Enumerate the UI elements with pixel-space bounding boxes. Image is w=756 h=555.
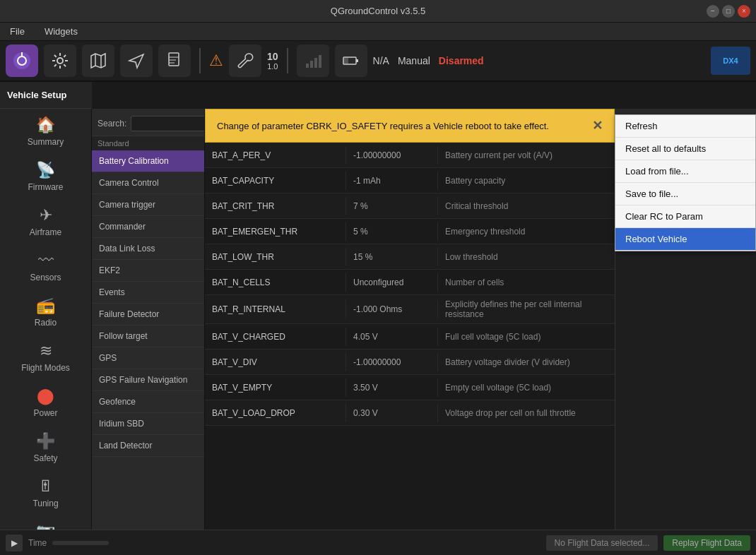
timeline-track[interactable] (52, 541, 109, 545)
param-desc: Battery current per volt (A/V) (438, 146, 615, 165)
table-row[interactable]: BAT_LOW_THR 15 % Low threshold (205, 244, 615, 270)
sidebar-item-camera[interactable]: 📷 Camera (0, 515, 91, 530)
param-category-gps-failure-nav[interactable]: GPS Failure Navigation (92, 369, 204, 391)
app-icon[interactable] (6, 44, 38, 77)
table-row[interactable]: BAT_V_EMPTY 3.50 V Empty cell voltage (5… (205, 375, 615, 400)
search-input[interactable] (131, 116, 205, 131)
statusbar: ▶ Time No Flight Data selected... Replay… (0, 530, 756, 555)
param-category-follow-target[interactable]: Follow target (92, 326, 204, 347)
send-toolbar-icon[interactable] (120, 44, 153, 77)
param-table-area: Change of parameter CBRK_IO_SAFETY requi… (205, 109, 615, 530)
power-icon: ⬤ (37, 387, 54, 405)
search-label: Search: (98, 119, 126, 129)
replay-flight-data-button[interactable]: Replay Flight Data (663, 535, 750, 551)
tuning-icon: 🎚 (38, 477, 54, 496)
param-category-gps[interactable]: GPS (92, 347, 204, 369)
minimize-button[interactable]: − (707, 5, 719, 18)
param-name: BAT_V_CHARGED (205, 328, 346, 346)
map-toolbar-icon[interactable] (82, 44, 114, 77)
table-row[interactable]: BAT_R_INTERNAL -1.000 Ohms Explicitly de… (205, 295, 615, 324)
param-category-iridium-sbd[interactable]: Iridium SBD (92, 413, 204, 435)
param-category-geofence[interactable]: Geofence (92, 391, 204, 413)
settings-toolbar-icon[interactable] (44, 44, 76, 77)
main-content: Search: Standard Battery Calibration Cam… (92, 109, 756, 530)
param-sidebar: Search: Standard Battery Calibration Cam… (92, 109, 205, 530)
tools-area: Tools Refresh Reset all to defaults Load… (615, 109, 756, 530)
tools-reboot-vehicle[interactable]: Reboot Vehicle (615, 228, 755, 251)
signal-icon (297, 44, 329, 77)
table-row[interactable]: BAT_V_LOAD_DROP 0.30 V Voltage drop per … (205, 400, 615, 426)
param-name: BAT_LOW_THR (205, 248, 346, 266)
table-row[interactable]: BAT_N_CELLS Unconfigured Number of cells (205, 270, 615, 295)
table-row[interactable]: BAT_CRIT_THR 7 % Critical threshold (205, 193, 615, 219)
param-name: BAT_CAPACITY (205, 172, 346, 190)
toolbar-status: N/A Manual Disarmed (373, 55, 484, 66)
play-button[interactable]: ▶ (6, 535, 23, 551)
tools-save-file[interactable]: Save to file... (615, 183, 755, 205)
param-category-camera-trigger[interactable]: Camera trigger (92, 194, 204, 216)
svg-rect-9 (314, 58, 317, 68)
param-value: -1 mAh (346, 172, 438, 190)
sidebar-item-radio[interactable]: 📻 Radio (0, 290, 91, 335)
table-row[interactable]: BAT_CAPACITY -1 mAh Battery capacity (205, 168, 615, 193)
param-name: BAT_V_LOAD_DROP (205, 404, 346, 422)
param-desc: Voltage drop per cell on full throttle (438, 404, 615, 422)
maximize-button[interactable]: □ (722, 5, 735, 18)
warning-icon[interactable]: ⚠ (209, 52, 223, 70)
tools-clear-rc[interactable]: Clear RC to Param (615, 205, 755, 228)
tools-load-file[interactable]: Load from file... (615, 160, 755, 183)
table-row[interactable]: BAT_V_DIV -1.00000000 Battery voltage di… (205, 350, 615, 375)
param-category-data-link-loss[interactable]: Data Link Loss (92, 238, 204, 260)
param-value: -1.00000000 (346, 353, 438, 371)
param-category-camera-control[interactable]: Camera Control (92, 172, 204, 194)
sidebar-item-tuning[interactable]: 🎚 Tuning (0, 470, 91, 515)
menu-file[interactable]: File (6, 25, 29, 38)
sidebar-item-firmware[interactable]: 📡 Firmware (0, 154, 91, 199)
time-label: Time (28, 538, 47, 548)
sidebar-item-safety[interactable]: ➕ Safety (0, 425, 91, 470)
param-desc: Critical threshold (438, 197, 615, 215)
status-right: No Flight Data selected... Replay Flight… (546, 535, 750, 551)
param-value: 3.50 V (346, 378, 438, 397)
param-category-events[interactable]: Events (92, 282, 204, 304)
table-row[interactable]: BAT_V_CHARGED 4.05 V Full cell voltage (… (205, 324, 615, 350)
sidenav: 🏠 Summary 📡 Firmware ✈ Airframe 〰 Sensor… (0, 109, 92, 530)
sidebar-item-summary[interactable]: 🏠 Summary (0, 109, 91, 154)
tools-refresh[interactable]: Refresh (615, 115, 755, 138)
param-category-commander[interactable]: Commander (92, 216, 204, 238)
svg-rect-13 (344, 58, 348, 64)
param-value: 4.05 V (346, 328, 438, 346)
svg-point-3 (57, 58, 63, 64)
airframe-icon: ✈ (40, 206, 52, 225)
param-category-failure-detector[interactable]: Failure Detector (92, 304, 204, 326)
brand-logo: DX4 (711, 47, 750, 75)
close-button[interactable]: × (738, 5, 750, 18)
radio-icon: 📻 (36, 297, 55, 315)
sidebar-item-airframe[interactable]: ✈ Airframe (0, 199, 91, 244)
param-category-battery-calibration[interactable]: Battery Calibration (92, 150, 204, 172)
wrench-icon[interactable] (229, 44, 261, 77)
alert-close-button[interactable]: ✕ (592, 118, 603, 133)
table-row[interactable]: BAT_EMERGEN_THR 5 % Emergency threshold (205, 219, 615, 244)
sidebar-item-sensors[interactable]: 〰 Sensors (0, 244, 91, 290)
menu-widgets[interactable]: Widgets (40, 25, 82, 38)
sensors-icon: 〰 (38, 251, 54, 270)
sidebar-item-power[interactable]: ⬤ Power (0, 380, 91, 425)
app-title: QGroundControl v3.5.5 (331, 6, 425, 16)
param-name: BAT_N_CELLS (205, 273, 346, 292)
tools-reset-defaults[interactable]: Reset all to defaults (615, 138, 755, 160)
table-row[interactable]: BAT_A_PER_V -1.00000000 Battery current … (205, 143, 615, 168)
toolbar-counter[interactable]: 10 1.0 (267, 51, 278, 71)
param-name: BAT_EMERGEN_THR (205, 222, 346, 241)
svg-rect-12 (356, 59, 358, 62)
menubar: File Widgets (0, 23, 756, 41)
sidebar-item-flight-modes[interactable]: ≋ Flight Modes (0, 335, 91, 380)
document-toolbar-icon[interactable] (158, 44, 191, 77)
param-value: 7 % (346, 197, 438, 215)
svg-rect-6 (169, 53, 179, 66)
param-category-land-detector[interactable]: Land Detector (92, 435, 204, 457)
param-category-ekf2[interactable]: EKF2 (92, 260, 204, 282)
flight-modes-icon: ≋ (40, 342, 52, 360)
toolbar-sep-1 (199, 48, 201, 73)
toolbar: ⚠ 10 1.0 N/A Manual Disarmed DX4 (0, 41, 756, 82)
